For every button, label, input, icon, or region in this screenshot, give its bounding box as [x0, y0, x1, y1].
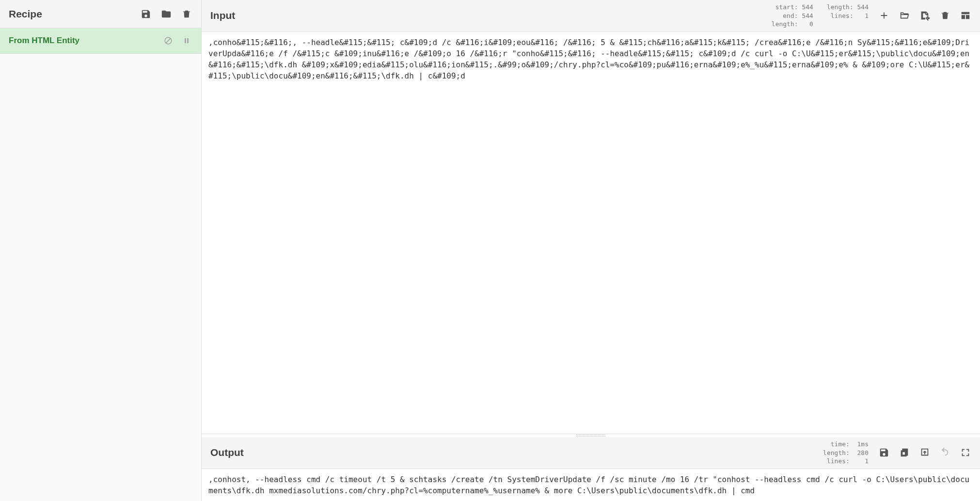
- recipe-panel: Recipe From HTML Entity: [0, 0, 202, 501]
- undo-button[interactable]: [939, 447, 951, 458]
- ban-icon: [164, 36, 173, 45]
- recipe-header: Recipe: [0, 0, 201, 28]
- input-title: Input: [210, 10, 235, 21]
- output-header: Output time: 1ms length: 280 lines: 1: [202, 437, 980, 469]
- file-import-icon: [919, 10, 930, 21]
- maximize-output-button[interactable]: [960, 447, 971, 458]
- output-pane: Output time: 1ms length: 280 lines: 1: [202, 437, 980, 501]
- undo-icon: [940, 447, 950, 458]
- io-panel: Input start: 544 end: 544 length: 0 leng…: [202, 0, 980, 501]
- recipe-toolbar: [140, 8, 192, 20]
- pause-operation-button[interactable]: [181, 35, 192, 47]
- output-title: Output: [210, 447, 244, 458]
- copy-icon: [899, 447, 910, 458]
- plus-icon: [879, 10, 889, 21]
- input-stats: start: 544 end: 544 length: 0 length: 54…: [772, 3, 869, 29]
- folder-open-icon: [899, 10, 910, 21]
- clear-recipe-button[interactable]: [181, 8, 192, 20]
- disable-operation-button[interactable]: [162, 35, 174, 47]
- replace-input-button[interactable]: [919, 447, 931, 458]
- clear-input-button[interactable]: [939, 10, 951, 21]
- input-toolbar: [878, 10, 971, 21]
- folder-icon: [161, 9, 172, 19]
- input-length-stats: length: 544 lines: 1: [827, 3, 869, 29]
- trash-icon: [940, 10, 950, 21]
- reset-layout-button[interactable]: [960, 10, 971, 21]
- input-header: Input start: 544 end: 544 length: 0 leng…: [202, 0, 980, 32]
- save-icon: [879, 447, 889, 458]
- operation-name: From HTML Entity: [9, 36, 79, 46]
- open-file-button[interactable]: [919, 10, 931, 21]
- operation-controls: [162, 35, 192, 47]
- trash-icon: [181, 9, 192, 19]
- output-textarea[interactable]: ,conhost, --headless cmd /c timeout /t 5…: [202, 469, 980, 501]
- fullscreen-icon: [960, 447, 971, 458]
- save-output-button[interactable]: [878, 447, 890, 458]
- copy-output-button[interactable]: [899, 447, 910, 458]
- add-input-tab-button[interactable]: [878, 10, 890, 21]
- open-recipe-button[interactable]: [160, 8, 172, 20]
- save-icon: [141, 9, 151, 19]
- save-recipe-button[interactable]: [140, 8, 152, 20]
- open-folder-button[interactable]: [899, 10, 910, 21]
- input-textarea[interactable]: ,conho&#115;&#116;, --headle&#115;&#115;…: [202, 32, 980, 434]
- input-pane: Input start: 544 end: 544 length: 0 leng…: [202, 0, 980, 434]
- layout-icon: [960, 10, 971, 21]
- output-toolbar: [878, 447, 971, 458]
- output-info-stats: time: 1ms length: 280 lines: 1: [823, 440, 869, 466]
- recipe-title: Recipe: [9, 8, 42, 20]
- input-selection-stats: start: 544 end: 544 length: 0: [772, 3, 813, 29]
- operation-item[interactable]: From HTML Entity: [0, 28, 201, 54]
- operation-list[interactable]: From HTML Entity: [0, 28, 201, 501]
- pause-icon: [182, 36, 191, 45]
- move-up-icon: [919, 447, 930, 458]
- output-stats: time: 1ms length: 280 lines: 1: [823, 440, 869, 466]
